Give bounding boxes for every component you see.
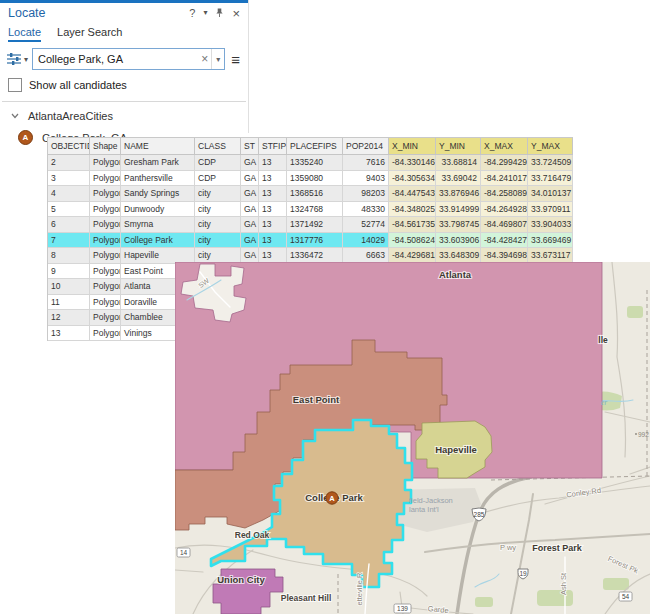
table-cell: 33.669469	[528, 233, 573, 249]
table-row[interactable]: 3PolygonPanthersvilleCDPGA1313590809403-…	[48, 171, 573, 187]
atlanta-label: Atlanta	[439, 269, 472, 280]
table-cell: 33.970911	[528, 202, 573, 218]
column-header-objectid[interactable]: OBJECTID	[48, 138, 90, 155]
table-cell: Panthersville	[121, 171, 195, 187]
checkbox-label: Show all candidates	[29, 79, 127, 91]
table-cell: 13	[259, 217, 287, 233]
table-cell: -84.447543	[389, 186, 436, 202]
search-input[interactable]	[33, 53, 198, 65]
hapeville-label: Hapeville	[435, 444, 477, 455]
column-header-placefips[interactable]: PLACEFIPS	[287, 138, 343, 155]
table-cell: 13	[48, 326, 90, 342]
column-header-shape[interactable]: Shape	[90, 138, 121, 155]
table-cell: -84.561735	[389, 217, 436, 233]
close-icon[interactable]: ×	[232, 7, 240, 20]
table-cell: 13	[259, 186, 287, 202]
elevation-label: 992	[638, 431, 649, 438]
table-cell: 8	[48, 248, 90, 264]
chevron-down-icon[interactable]: ▾	[203, 9, 207, 17]
column-header-x_max[interactable]: X_MAX	[481, 138, 528, 155]
table-cell: 1324768	[287, 202, 343, 218]
column-header-x_min[interactable]: X_MIN	[389, 138, 436, 155]
column-header-pop2014[interactable]: POP2014	[343, 138, 389, 155]
table-cell: College Park	[121, 233, 195, 249]
locate-pane: Locate ? ▾ × Locate Layer Search	[0, 0, 249, 133]
table-cell: -84.428427	[481, 233, 528, 249]
table-cell: 14029	[343, 233, 389, 249]
state-route-139-shield: 139	[394, 604, 411, 613]
table-row[interactable]: 5PolygonDunwoodycityGA13132476848330-84.…	[48, 202, 573, 218]
table-cell: GA	[241, 171, 259, 187]
union-city-label: Union City	[217, 574, 265, 585]
table-cell: Polygon	[90, 264, 121, 280]
menu-icon[interactable]: ≡	[229, 52, 242, 67]
elevation-point	[635, 433, 637, 435]
table-cell: -84.305634	[389, 171, 436, 187]
table-cell: Polygon	[90, 295, 121, 311]
table-header-row: OBJECTIDShapeNAMECLASSSTSTFIPSPLACEFIPSP…	[48, 138, 573, 155]
tab-locate[interactable]: Locate	[8, 26, 41, 42]
clear-search-icon[interactable]: ×	[198, 53, 211, 65]
table-cell: 9	[48, 264, 90, 280]
show-all-candidates-checkbox[interactable]	[8, 78, 22, 92]
table-cell: Polygon	[90, 217, 121, 233]
table-cell: Smyrna	[121, 217, 195, 233]
table-cell: Polygon	[90, 171, 121, 187]
table-cell: 7	[48, 233, 90, 249]
table-cell: -84.508624	[389, 233, 436, 249]
sliders-icon	[6, 52, 22, 66]
table-cell: 13	[259, 233, 287, 249]
app-screen: Locate ? ▾ × Locate Layer Search	[0, 0, 650, 614]
garden-rd-label: Garde	[427, 604, 449, 614]
pkwy-label: P wy	[500, 543, 516, 552]
table-cell: Gresham Park	[121, 155, 195, 171]
partial-city-label: lle	[598, 335, 608, 345]
state-route-54-shield: 54	[619, 592, 632, 601]
table-cell: -84.241017	[481, 171, 528, 187]
search-options-button[interactable]: ▾	[6, 52, 28, 66]
locate-result-marker[interactable]: A	[326, 492, 338, 504]
pin-icon[interactable]	[215, 7, 224, 20]
column-header-class[interactable]: CLASS	[195, 138, 241, 155]
table-cell: 1359080	[287, 171, 343, 187]
table-cell: GA	[241, 217, 259, 233]
red-oak-label: Red Oak	[235, 530, 270, 540]
table-row[interactable]: 6PolygonSmyrnacityGA13137149252774-84.56…	[48, 217, 573, 233]
map-view[interactable]: Atlanta East Point Hapeville Union City …	[175, 262, 650, 614]
table-cell: CDP	[195, 155, 241, 171]
table-row[interactable]: 4PolygonSandy SpringscityGA1313685169820…	[48, 186, 573, 202]
tab-layer-search[interactable]: Layer Search	[57, 26, 122, 42]
chevron-down-icon: ▾	[24, 55, 28, 64]
column-header-name[interactable]: NAME	[121, 138, 195, 155]
table-cell: city	[195, 233, 241, 249]
svg-text:14: 14	[180, 549, 188, 556]
table-cell: Polygon	[90, 202, 121, 218]
help-icon[interactable]: ?	[189, 8, 195, 19]
column-header-st[interactable]: ST	[241, 138, 259, 155]
column-header-y_min[interactable]: Y_MIN	[436, 138, 481, 155]
table-cell: 1335240	[287, 155, 343, 171]
table-cell: 3	[48, 171, 90, 187]
column-header-y_max[interactable]: Y_MAX	[528, 138, 573, 155]
table-cell: 33.914999	[436, 202, 481, 218]
table-cell: GA	[241, 186, 259, 202]
column-header-stfips[interactable]: STFIPS	[259, 138, 287, 155]
table-cell: 2	[48, 155, 90, 171]
table-cell: GA	[241, 233, 259, 249]
table-cell: Polygon	[90, 155, 121, 171]
table-cell: Polygon	[90, 248, 121, 264]
table-cell: 33.724509	[528, 155, 573, 171]
table-cell: 1317776	[287, 233, 343, 249]
table-cell: 11	[48, 295, 90, 311]
table-cell: 13	[259, 171, 287, 187]
table-row[interactable]: 2PolygonGresham ParkCDPGA1313352407616-8…	[48, 155, 573, 171]
search-dropdown-icon[interactable]: ▾	[211, 49, 224, 69]
table-cell: Polygon	[90, 279, 121, 295]
table-cell: 33.876946	[436, 186, 481, 202]
table-cell: 33.603906	[436, 233, 481, 249]
table-cell: 1371492	[287, 217, 343, 233]
table-row[interactable]: 7PolygonCollege ParkcityGA13131777614029…	[48, 233, 573, 249]
result-group-header[interactable]: AtlantaAreaCities	[0, 102, 248, 122]
svg-text:19: 19	[519, 570, 527, 577]
table-cell: 10	[48, 279, 90, 295]
